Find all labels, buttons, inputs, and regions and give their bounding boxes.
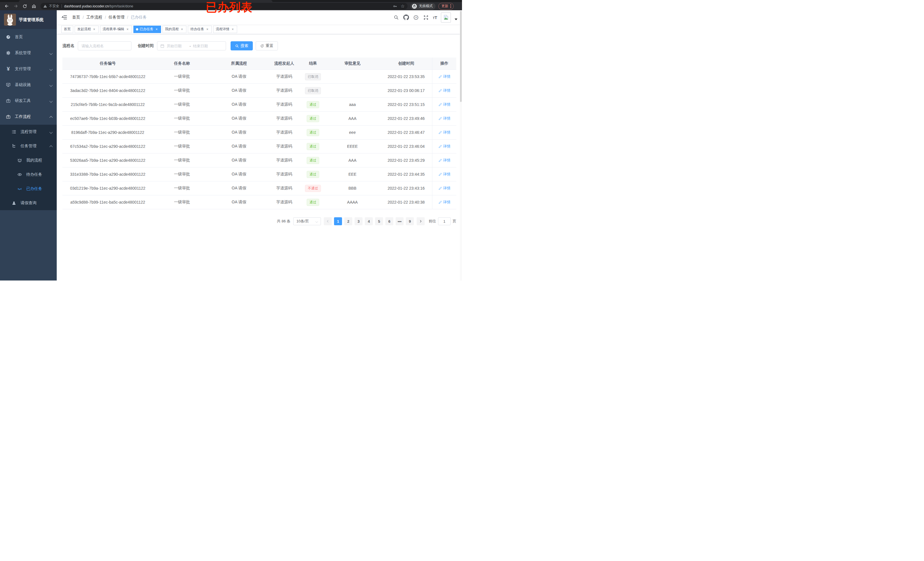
- detail-link[interactable]: 详情: [438, 116, 451, 121]
- sidebar-item-process-mgmt[interactable]: 流程管理: [0, 125, 57, 139]
- cell-create-time: 2022-01-23 00:06:17: [380, 84, 432, 97]
- date-range-picker[interactable]: -: [157, 41, 226, 51]
- browser-menu-icon[interactable]: [450, 4, 451, 8]
- github-icon[interactable]: [403, 14, 409, 21]
- cell-task-id: 8196daff-7b9a-11ec-a290-acde48001122: [62, 126, 153, 139]
- page-button-9[interactable]: 9: [406, 217, 414, 225]
- sidebar-item-done-tasks[interactable]: 已办任务: [0, 182, 57, 196]
- font-size-icon[interactable]: TT: [433, 15, 437, 20]
- page-size-select[interactable]: 10条/页: [293, 217, 321, 225]
- cell-result: 通过: [301, 98, 325, 111]
- cell-opinion: EEE: [325, 168, 380, 181]
- refresh-icon: [260, 44, 264, 48]
- browser-update-button[interactable]: 更新: [438, 3, 454, 10]
- start-date-input[interactable]: [167, 44, 187, 48]
- detail-link[interactable]: 详情: [438, 74, 451, 79]
- column-header-result: 结果: [301, 57, 325, 69]
- reset-button[interactable]: 重置: [256, 41, 278, 51]
- breadcrumb-home[interactable]: 首页: [72, 15, 80, 20]
- tab-todo-tasks[interactable]: 待办任务×: [188, 25, 212, 33]
- header-search-icon[interactable]: [393, 14, 399, 21]
- avatar-caret-down-icon[interactable]: [454, 18, 458, 20]
- chevron-down-icon: [50, 99, 53, 102]
- cell-actions: 详情: [432, 168, 456, 181]
- sidebar-item-system[interactable]: 系统管理: [0, 45, 57, 61]
- user-avatar[interactable]: [441, 12, 451, 22]
- end-date-input[interactable]: [193, 44, 213, 48]
- cell-starter: 芋道源码: [267, 84, 301, 97]
- detail-link[interactable]: 详情: [438, 130, 451, 135]
- close-icon[interactable]: ×: [206, 27, 209, 31]
- detail-link[interactable]: 详情: [438, 186, 451, 191]
- column-header-task-name: 任务名称: [153, 57, 211, 69]
- cell-actions: 详情: [432, 126, 456, 139]
- help-icon[interactable]: ?: [413, 14, 419, 21]
- sidebar-item-my-process[interactable]: 我的流程: [0, 153, 57, 168]
- page-button-6[interactable]: 6: [386, 217, 393, 225]
- close-icon[interactable]: ×: [92, 27, 96, 31]
- page-scrollbar[interactable]: [460, 10, 462, 280]
- bookmark-star-icon[interactable]: ☆: [401, 3, 405, 9]
- sidebar-item-infra[interactable]: 基础设施: [0, 77, 57, 93]
- sidebar-item-workflow[interactable]: 工作流程: [0, 109, 57, 125]
- close-icon[interactable]: ×: [231, 27, 235, 31]
- security-label[interactable]: 不安全: [49, 4, 59, 9]
- tab-done-tasks[interactable]: 已办任务×: [134, 25, 161, 33]
- page-button-3[interactable]: 3: [354, 217, 363, 225]
- toolbox-icon: [6, 98, 11, 103]
- detail-link[interactable]: 详情: [438, 88, 451, 93]
- sidebar-item-todo-tasks[interactable]: 待办任务: [0, 168, 57, 182]
- close-icon[interactable]: ×: [126, 27, 129, 31]
- tab-my-process[interactable]: 我的流程×: [162, 25, 186, 33]
- cell-actions: 详情: [432, 70, 456, 84]
- detail-link[interactable]: 详情: [438, 200, 451, 205]
- chevron-up-icon: [50, 145, 53, 148]
- page-button-4[interactable]: 4: [365, 217, 373, 225]
- scrollbar-thumb[interactable]: [460, 11, 462, 102]
- process-name-input[interactable]: [78, 41, 131, 51]
- sidebar-item-label: 系统管理: [15, 51, 31, 55]
- reload-icon[interactable]: [21, 3, 28, 9]
- sidebar-item-devtools[interactable]: 研发工具: [0, 93, 57, 109]
- edit-pencil-icon: [438, 187, 442, 190]
- breadcrumb-workflow[interactable]: 工作流程: [86, 15, 102, 20]
- app-logo-row[interactable]: 芋道管理系统: [0, 10, 57, 29]
- tab-process-detail[interactable]: 流程详情×: [213, 25, 237, 33]
- detail-link[interactable]: 详情: [438, 158, 451, 163]
- next-page-button[interactable]: [417, 217, 424, 225]
- sidebar-item-home[interactable]: 首页: [0, 29, 57, 45]
- tab-start-process[interactable]: 发起流程×: [75, 25, 99, 33]
- cell-create-time: 2022-01-22 23:53:35: [380, 70, 432, 84]
- tab-form-edit[interactable]: 流程表单-编辑×: [100, 25, 132, 33]
- close-icon[interactable]: ×: [180, 27, 184, 31]
- pagination-ellipsis[interactable]: •••: [396, 217, 404, 225]
- page-button-2[interactable]: 2: [344, 217, 352, 225]
- detail-link[interactable]: 详情: [438, 102, 451, 107]
- sidebar-item-payment[interactable]: ¥ 支付管理: [0, 61, 57, 77]
- cell-starter: 芋道源码: [267, 195, 301, 209]
- sidebar-item-task-mgmt[interactable]: 任务管理: [0, 139, 57, 153]
- detail-link[interactable]: 详情: [438, 172, 451, 177]
- flow-node-icon: [11, 144, 16, 149]
- prev-page-button[interactable]: [324, 217, 332, 225]
- close-icon[interactable]: ×: [155, 27, 159, 31]
- detail-link[interactable]: 详情: [438, 144, 451, 149]
- collapse-sidebar-icon[interactable]: [61, 15, 68, 20]
- back-icon[interactable]: [3, 3, 10, 9]
- fullscreen-icon[interactable]: [423, 14, 429, 21]
- cell-task-name: 一级审批: [153, 70, 211, 84]
- page-button-1[interactable]: 1: [334, 217, 342, 225]
- page-button-5[interactable]: 5: [375, 217, 383, 225]
- breadcrumb-task-mgmt[interactable]: 任务管理: [109, 15, 124, 20]
- home-icon[interactable]: [30, 3, 38, 9]
- forward-icon[interactable]: [12, 3, 20, 9]
- cell-create-time: 2022-01-22 23:51:15: [380, 98, 432, 111]
- dashboard-icon: [6, 34, 11, 40]
- tab-home[interactable]: 首页: [61, 25, 73, 33]
- sidebar-item-leave-query[interactable]: 请假查询: [0, 196, 57, 210]
- search-button[interactable]: 搜索: [231, 41, 253, 51]
- url-path: /bpm/task/done: [109, 4, 133, 8]
- goto-page-input[interactable]: [438, 217, 451, 225]
- password-key-icon[interactable]: [393, 4, 397, 9]
- cell-process: OA 请假: [211, 112, 267, 125]
